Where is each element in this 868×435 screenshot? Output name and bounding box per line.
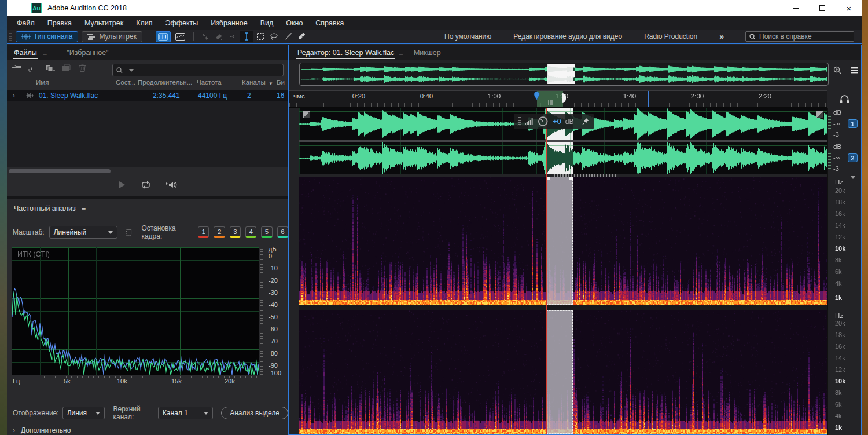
analyze-selection-button[interactable]: Анализ выделе	[221, 407, 288, 419]
freeze-button-3[interactable]: 3	[230, 226, 241, 238]
files-horizontal-scrollbar[interactable]	[7, 169, 288, 174]
channel-1-badge[interactable]: 1	[848, 119, 858, 128]
playhead-line[interactable]	[546, 108, 547, 434]
open-file-icon[interactable]	[12, 64, 21, 72]
workspace-radio-production[interactable]: Radio Production	[644, 32, 697, 41]
razor-tool[interactable]	[212, 31, 226, 42]
scale-dropdown[interactable]: Линейный	[49, 226, 117, 239]
workspace-default[interactable]: По умолчанию	[444, 32, 491, 41]
panel-list-icon[interactable]	[850, 66, 858, 74]
auto-play-icon[interactable]	[166, 181, 177, 189]
spectral-view-toggle[interactable]	[173, 31, 188, 42]
multitrack-button-icon	[87, 34, 96, 40]
tab-files[interactable]: Файлы	[7, 49, 42, 60]
top-channel-label: Верхний канал:	[113, 405, 154, 421]
paintbrush-selection-tool[interactable]	[281, 31, 295, 42]
help-search-input[interactable]	[759, 32, 840, 41]
marquee-selection-tool[interactable]	[253, 31, 267, 42]
files-search-icon	[116, 67, 123, 74]
loop-playback-icon[interactable]	[141, 181, 151, 189]
spectral-display-ch1[interactable]	[299, 177, 827, 305]
freeze-button-4[interactable]: 4	[245, 226, 256, 238]
freeze-button-2[interactable]: 2	[214, 226, 225, 238]
spectral-scale-ch1[interactable]: Hz 20k 18k 16k 14k 12k 10k 8k 6k 4k 1k	[828, 177, 862, 305]
gain-hud[interactable]: +0 dB	[514, 114, 594, 129]
chevron-down-icon	[204, 412, 208, 415]
file-duration: 2:35.441	[153, 92, 180, 100]
play-icon[interactable]	[118, 181, 126, 189]
maximize-button[interactable]	[809, 0, 836, 16]
menu-view[interactable]: Вид	[254, 16, 280, 30]
spectral-scale-ch2[interactable]: Hz 20k 18k 16k 14k 12k 10k 8k 6k 4k 1k	[828, 310, 862, 435]
freeze-button-1[interactable]: 1	[198, 226, 209, 238]
gain-knob-icon[interactable]	[538, 116, 548, 127]
level-scale-ch1[interactable]: dB -∞ -3 1	[828, 108, 862, 140]
menu-clip[interactable]: Клип	[130, 16, 159, 30]
app-logo-icon: Au	[31, 3, 42, 13]
menu-favorites[interactable]: Избранное	[204, 16, 253, 30]
col-duration[interactable]: Продолжительн...	[138, 79, 192, 86]
menu-help[interactable]: Справка	[309, 16, 350, 30]
lasso-selection-tool[interactable]	[267, 31, 281, 42]
expand-chevron: ›	[13, 426, 15, 434]
level-scale-ch2[interactable]: dB -∞ -3 2	[828, 142, 862, 174]
col-state[interactable]: Сост...	[116, 79, 135, 86]
multitrack-editor-button[interactable]: Мультитрек	[82, 31, 142, 42]
hud-gain-value[interactable]: +0	[553, 117, 561, 126]
move-tool[interactable]	[198, 31, 212, 42]
file-row[interactable]: › 01. Sleep Walk.flac 2:35.441 44100 Гц …	[7, 90, 288, 101]
menu-effects[interactable]: Эффекты	[159, 16, 204, 30]
top-channel-dropdown[interactable]: Канал 1	[158, 407, 213, 419]
spot-healing-brush-tool[interactable]	[295, 31, 309, 42]
toolbar-grip[interactable]	[9, 32, 12, 41]
files-panel-menu-icon[interactable]: ≡	[42, 49, 50, 60]
time-selection-tool[interactable]	[240, 31, 253, 42]
corner-grabber-left-icon[interactable]	[303, 111, 310, 118]
channel-2-badge[interactable]: 2	[848, 153, 858, 162]
menu-bar: Файл Правка Мультитрек Клип Эффекты Избр…	[7, 16, 862, 30]
tab-favorites[interactable]: "Избранное"	[60, 49, 113, 60]
hud-grip[interactable]	[518, 116, 521, 126]
menu-file[interactable]: Файл	[10, 16, 41, 30]
workspace-overflow-chevron[interactable]: »	[719, 32, 723, 41]
main-toolbar: Тип сигнала Мультитрек	[7, 30, 862, 44]
col-bit-depth[interactable]: Би	[277, 79, 288, 86]
new-item-icon[interactable]	[45, 64, 55, 72]
corner-grabber-right-icon[interactable]	[816, 111, 823, 118]
frequency-panel-menu-icon[interactable]: ≡	[82, 204, 86, 213]
graph-y-axis: дБ 0 -10 -20 -30 -40 -50 -60 -70 -80 -90…	[260, 247, 288, 378]
col-channels[interactable]: Каналы	[242, 79, 266, 86]
menu-multitrack[interactable]: Мультитрек	[78, 16, 130, 30]
workspace-audio-for-video[interactable]: Редактирование аудио для видео	[513, 32, 622, 41]
pin-hud-icon[interactable]	[582, 118, 590, 125]
advanced-expander[interactable]: › Дополнительно	[13, 426, 71, 434]
import-file-icon[interactable]	[28, 64, 38, 72]
graph-options-icon[interactable]	[126, 228, 134, 237]
waveform-editor-button[interactable]: Тип сигнала	[16, 31, 78, 42]
files-search-box[interactable]	[112, 64, 284, 76]
row-expand-chevron[interactable]: ›	[13, 92, 15, 100]
zoom-icon[interactable]	[833, 66, 842, 75]
spectral-selection[interactable]	[546, 310, 573, 434]
spectral-display-ch2[interactable]	[299, 310, 827, 434]
waveform-view-toggle[interactable]	[156, 31, 171, 42]
col-sample-rate[interactable]: Частота	[197, 79, 222, 86]
freeze-button-5[interactable]: 5	[261, 226, 272, 238]
minimize-button[interactable]	[782, 0, 809, 16]
slip-tool[interactable]	[226, 31, 240, 42]
display-dropdown[interactable]: Линия	[62, 407, 105, 419]
freeze-button-6[interactable]: 6	[277, 226, 288, 238]
spectral-selection[interactable]	[546, 177, 573, 305]
scrollbar-thumb[interactable]	[9, 169, 111, 173]
headphone-icon[interactable]	[840, 94, 849, 104]
delete-file-icon	[79, 64, 86, 72]
close-button[interactable]: ×	[836, 0, 862, 16]
help-search-box[interactable]	[745, 31, 854, 42]
menu-edit[interactable]: Правка	[41, 16, 78, 30]
menu-window[interactable]: Окно	[279, 16, 309, 30]
minimize-icon	[793, 8, 799, 9]
file-sample-rate: 44100 Гц	[198, 92, 227, 100]
col-name[interactable]: Имя	[36, 79, 49, 86]
frequency-analysis-graph[interactable]	[12, 247, 259, 375]
selection-corner-handle[interactable]	[569, 177, 573, 180]
